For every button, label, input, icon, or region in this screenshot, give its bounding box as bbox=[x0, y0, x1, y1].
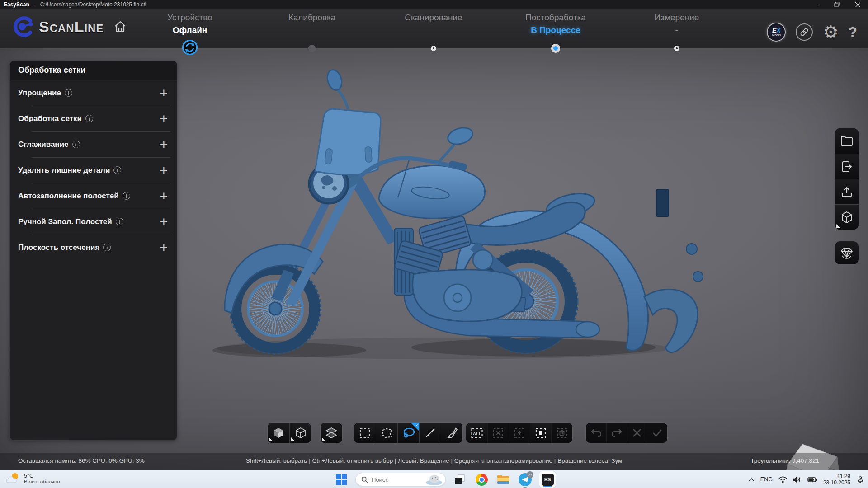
weather-condition: В осн. облачно bbox=[24, 479, 60, 484]
battery-icon[interactable] bbox=[807, 477, 817, 483]
panel-item-cutting-plane[interactable]: Плоскость отсеченияi + bbox=[10, 235, 177, 260]
undo-button[interactable] bbox=[586, 423, 606, 443]
brush-select-button[interactable] bbox=[441, 423, 462, 443]
info-icon[interactable]: i bbox=[72, 141, 80, 148]
export-model-button[interactable] bbox=[835, 154, 859, 179]
file-explorer-icon[interactable] bbox=[495, 472, 511, 487]
expand-plus-button[interactable]: + bbox=[160, 190, 168, 202]
restore-button[interactable] bbox=[826, 0, 847, 9]
right-toolbar bbox=[835, 128, 859, 230]
deselect-button[interactable] bbox=[487, 423, 509, 443]
nav-step-measurement[interactable]: Измерение - bbox=[618, 9, 736, 35]
open-folder-button[interactable] bbox=[835, 128, 859, 154]
panel-item-auto-fill-holes[interactable]: Автозаполнение полостейi + bbox=[10, 183, 177, 209]
start-button[interactable] bbox=[334, 472, 349, 487]
tray-chevron-icon[interactable] bbox=[748, 478, 755, 482]
nav-step-postprocessing[interactable]: Постобработка В Процессе bbox=[497, 9, 614, 35]
tray-date: 23.10.2025 bbox=[823, 479, 850, 486]
weather-widget[interactable]: 5°C В осн. облачно bbox=[5, 472, 60, 485]
telegram-icon[interactable]: 27 bbox=[517, 472, 533, 487]
view-mode-group bbox=[267, 422, 311, 443]
info-icon[interactable]: i bbox=[65, 89, 72, 97]
shaded-view-button[interactable] bbox=[268, 423, 289, 443]
nav-step-label: Измерение bbox=[618, 13, 736, 23]
nav-step-label: Постобработка bbox=[497, 13, 614, 23]
model-cube-button[interactable] bbox=[835, 204, 859, 230]
polygon-select-button[interactable] bbox=[376, 423, 397, 443]
brand-logo: ScanLine bbox=[13, 16, 127, 37]
panel-item-simplification[interactable]: Упрощениеi + bbox=[10, 80, 177, 106]
home-icon[interactable] bbox=[113, 20, 127, 33]
telegram-badge: 27 bbox=[527, 471, 533, 478]
nav-step-scanning[interactable]: Сканирование bbox=[375, 9, 492, 35]
expand-plus-button[interactable]: + bbox=[160, 164, 168, 176]
panel-item-label: Сглаживание bbox=[18, 140, 69, 149]
ex-badge-sub: Model bbox=[772, 33, 781, 37]
taskbar-search[interactable] bbox=[355, 473, 446, 486]
redo-button[interactable] bbox=[606, 423, 627, 443]
info-icon[interactable]: i bbox=[123, 192, 130, 200]
search-companion-image bbox=[425, 474, 443, 485]
expand-plus-button[interactable]: + bbox=[160, 216, 168, 228]
wireframe-view-button[interactable] bbox=[289, 423, 311, 443]
panel-item-remove-details[interactable]: Удалять лишние деталиi + bbox=[10, 157, 177, 183]
panel-item-manual-fill-holes[interactable]: Ручной Запол. Полостейi + bbox=[10, 209, 177, 235]
link-icon[interactable] bbox=[796, 23, 813, 41]
close-button[interactable] bbox=[847, 0, 868, 9]
info-icon[interactable]: i bbox=[116, 218, 123, 225]
chrome-icon[interactable] bbox=[474, 472, 489, 487]
brand-name: ScanLine bbox=[39, 18, 104, 36]
step-marker-sync-icon[interactable] bbox=[182, 39, 198, 57]
ex-model-badge[interactable]: EX Model bbox=[767, 23, 786, 42]
upload-button[interactable] bbox=[835, 179, 859, 204]
info-icon[interactable]: i bbox=[85, 115, 93, 122]
selection-actions-group: ALL bbox=[466, 422, 573, 443]
select-all-button[interactable]: ALL bbox=[466, 423, 487, 443]
search-input[interactable] bbox=[372, 476, 421, 483]
step-marker-dot[interactable] bbox=[431, 46, 436, 51]
expand-plus-button[interactable]: + bbox=[160, 87, 168, 99]
select-through-button[interactable] bbox=[530, 423, 551, 443]
confirm-button[interactable] bbox=[647, 423, 667, 443]
mesh-processing-panel: Обработка сетки Упрощениеi + Обработка с… bbox=[9, 61, 177, 441]
info-icon[interactable]: i bbox=[103, 244, 111, 251]
expand-corner-marker bbox=[269, 437, 273, 441]
notifications-bell-icon[interactable] bbox=[856, 475, 864, 483]
active-app-indicator bbox=[543, 486, 552, 487]
easyscan-taskbar-app[interactable]: ES bbox=[539, 471, 556, 488]
expand-corner-marker bbox=[322, 437, 326, 441]
rect-select-button[interactable] bbox=[354, 423, 376, 443]
nav-step-label: Калибровка bbox=[253, 13, 371, 23]
lasso-select-button[interactable]: ✓ bbox=[397, 423, 419, 443]
language-indicator[interactable]: ENG bbox=[760, 476, 773, 483]
panel-item-mesh-processing[interactable]: Обработка сеткиi + bbox=[10, 106, 177, 131]
minimize-button[interactable] bbox=[806, 0, 826, 9]
help-icon[interactable]: ? bbox=[848, 24, 857, 41]
layers-button[interactable] bbox=[321, 423, 342, 443]
expand-plus-button[interactable]: + bbox=[160, 139, 168, 150]
nav-step-device[interactable]: Устройство Офлайн bbox=[131, 9, 249, 35]
panel-item-smoothing[interactable]: Сглаживаниеi + bbox=[10, 131, 177, 157]
render-quality-button[interactable] bbox=[835, 241, 859, 265]
triangle-count: Треугольники: 9,407,821 bbox=[750, 457, 819, 464]
nav-step-label: Устройство bbox=[131, 13, 249, 23]
step-marker-active-dot[interactable] bbox=[551, 44, 560, 53]
easyscan-app-icon: ES bbox=[542, 474, 554, 486]
expand-plus-button[interactable]: + bbox=[160, 113, 168, 125]
taskbar-clock[interactable]: 11:29 23.10.2025 bbox=[823, 473, 850, 486]
task-view-button[interactable] bbox=[452, 472, 467, 487]
tray-time: 11:29 bbox=[823, 473, 850, 479]
delete-selection-button[interactable] bbox=[551, 423, 572, 443]
cancel-button[interactable] bbox=[627, 423, 647, 443]
settings-gear-icon[interactable]: ⚙ bbox=[823, 23, 838, 41]
step-marker-dot[interactable] bbox=[308, 45, 316, 52]
step-marker-dot[interactable] bbox=[674, 46, 679, 51]
expand-plus-button[interactable]: + bbox=[160, 242, 168, 253]
wifi-icon[interactable] bbox=[778, 476, 787, 483]
info-icon[interactable]: i bbox=[113, 166, 121, 174]
nav-step-calibration[interactable]: Калибровка bbox=[253, 9, 371, 35]
volume-icon[interactable] bbox=[793, 476, 802, 483]
invert-selection-button[interactable] bbox=[509, 423, 530, 443]
line-select-button[interactable] bbox=[419, 423, 441, 443]
easyscan-window: EasyScan - C:/Users/sagen/Desktop/Moto 2… bbox=[0, 0, 868, 488]
